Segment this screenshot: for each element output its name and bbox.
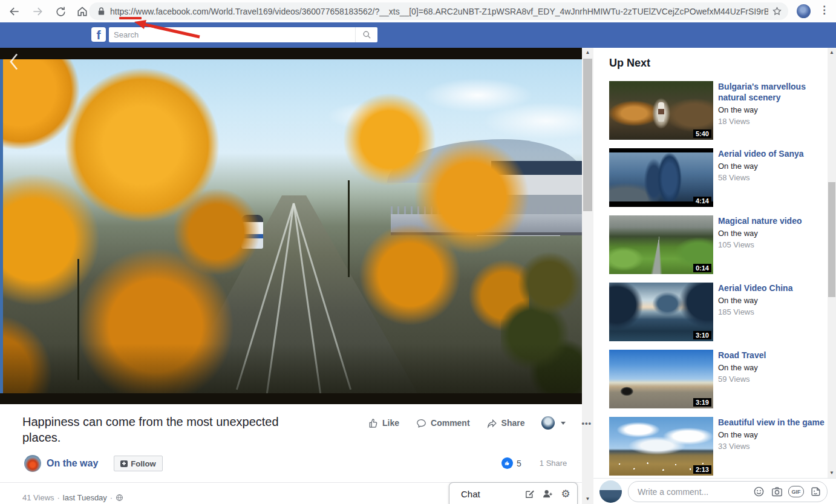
chevron-down-icon (561, 422, 566, 425)
camera-icon (771, 486, 783, 497)
autumn-trees-right (324, 93, 529, 353)
lock-icon (97, 7, 105, 16)
scroll-up-icon[interactable]: ▲ (582, 48, 593, 57)
video-title-link[interactable]: Road Travel (718, 350, 825, 361)
reload-icon (55, 6, 67, 18)
search-input[interactable] (109, 30, 355, 39)
like-button[interactable]: Like (367, 417, 399, 429)
sidebar-scrollbar[interactable]: ▲ ▼ (828, 48, 836, 478)
video-title-link[interactable]: Aerial Video China (718, 283, 825, 293)
like-thumb-icon (367, 417, 379, 429)
add-person-icon (542, 489, 553, 499)
chat-settings-gear-icon[interactable]: ⚙ (559, 487, 572, 500)
share-label: Share (501, 418, 525, 428)
video-title-link[interactable]: Aerial video of Sanya (718, 148, 825, 159)
video-thumbnail[interactable]: 3:19 (609, 350, 713, 408)
page-avatar[interactable] (24, 455, 41, 472)
video-page-name[interactable]: On the way (718, 229, 825, 238)
video-duration-badge: 3:10 (693, 331, 711, 339)
bookmark-star-icon[interactable] (772, 6, 782, 16)
video-thumbnail[interactable]: 2:13 (609, 417, 713, 476)
browser-menu-button[interactable]: ⋮ (819, 4, 829, 16)
globe-privacy-icon (116, 494, 123, 502)
follow-button[interactable]: Follow (114, 456, 162, 471)
chat-label[interactable]: Chat (461, 489, 523, 499)
video-view-count: 33 Views (718, 442, 825, 451)
video-page-name[interactable]: On the way (718, 363, 825, 372)
catenary-pole (348, 180, 350, 277)
video-title-link[interactable]: Magical nature video (718, 215, 825, 226)
share-as-dropdown[interactable] (541, 416, 566, 430)
up-next-video-item[interactable]: 0:14 Magical nature video On the way 105… (609, 215, 825, 274)
browser-profile-avatar[interactable] (797, 4, 811, 18)
video-info: Aerial Video China On the way 185 Views (718, 283, 825, 341)
browser-home-button[interactable] (74, 3, 91, 20)
sticker-icon (810, 486, 821, 497)
video-frame (0, 59, 582, 393)
video-thumbnail[interactable]: 0:14 (609, 215, 713, 274)
gif-button[interactable]: GIF (788, 486, 804, 497)
comment-button[interactable]: Comment (416, 417, 470, 429)
scroll-down-icon[interactable]: ▼ (582, 494, 593, 504)
page-name-link[interactable]: On the way (47, 458, 98, 469)
video-thumbnail[interactable]: 4:14 (609, 148, 713, 207)
view-count: 41 Views (22, 493, 54, 502)
chat-panel[interactable]: Chat ⚙ (449, 482, 578, 504)
compose-icon (524, 489, 535, 499)
video-info: Beautiful view in the game On the way 33… (718, 417, 825, 476)
add-contact-button[interactable] (541, 487, 554, 500)
up-next-heading: Up Next (609, 57, 650, 70)
video-view-count: 58 Views (718, 173, 825, 182)
new-message-button[interactable] (523, 487, 536, 500)
comment-bar: GIF (593, 478, 836, 504)
video-page-name[interactable]: On the way (718, 296, 825, 305)
video-view-count: 105 Views (718, 240, 825, 249)
browser-forward-button[interactable] (29, 3, 46, 20)
frame-edge (0, 59, 3, 393)
video-page-name[interactable]: On the way (718, 105, 825, 114)
up-next-video-item[interactable]: 2:13 Beautiful view in the game On the w… (609, 417, 825, 476)
share-button[interactable]: Share (486, 417, 525, 429)
browser-reload-button[interactable] (52, 3, 69, 20)
facebook-logo[interactable]: f (91, 27, 106, 42)
photo-button[interactable] (770, 485, 783, 499)
address-bar[interactable]: https://www.facebook.com/World.Travel169… (89, 2, 788, 20)
commenter-avatar[interactable] (599, 480, 622, 503)
like-count[interactable]: 5 (517, 459, 521, 468)
comment-input[interactable] (629, 487, 752, 497)
like-count-badge[interactable] (501, 457, 513, 469)
share-count[interactable]: 1 Share (540, 459, 567, 468)
up-next-video-item[interactable]: 3:10 Aerial Video China On the way 185 V… (609, 283, 825, 341)
scrollbar-thumb[interactable] (583, 59, 592, 211)
scroll-up-icon[interactable]: ▲ (828, 48, 836, 57)
up-next-sidebar: Up Next 5:40 Bulgaria's marvellous natur… (593, 48, 828, 478)
up-next-video-item[interactable]: 3:19 Road Travel On the way 59 Views (609, 350, 825, 408)
scrollbar-thumb[interactable] (828, 182, 835, 297)
reaction-stats: 5 1 Share (501, 457, 567, 469)
video-thumbnail[interactable]: 3:10 (609, 283, 713, 341)
video-page-name[interactable]: On the way (718, 162, 825, 171)
smiley-icon (753, 486, 765, 497)
up-next-video-item[interactable]: 5:40 Bulgaria's marvellous natural scene… (609, 81, 825, 140)
scroll-down-icon[interactable]: ▼ (828, 468, 836, 478)
comment-input-pill: GIF (628, 481, 828, 502)
sticker-button[interactable] (809, 485, 822, 499)
search-box (109, 27, 377, 42)
search-button[interactable] (355, 27, 377, 42)
browser-back-button[interactable] (6, 3, 23, 20)
page-row: On the way Follow (24, 455, 163, 472)
video-title-link[interactable]: Beautiful view in the game (718, 417, 825, 428)
video-player[interactable] (0, 48, 582, 404)
like-thumb-icon (504, 460, 511, 466)
video-title-link[interactable]: Bulgaria's marvellous natural scenery (718, 81, 825, 103)
main-scrollbar[interactable]: ▲ ▼ (582, 48, 593, 504)
video-thumbnail[interactable]: 5:40 (609, 81, 713, 140)
video-view-count: 59 Views (718, 375, 825, 384)
more-options-button[interactable]: ••• (582, 419, 592, 428)
facebook-header: f Home Find Friends ? (0, 22, 836, 48)
video-page-name[interactable]: On the way (718, 430, 825, 439)
video-info: Magical nature video On the way 105 View… (718, 215, 825, 274)
previous-video-chevron-icon[interactable] (6, 53, 22, 71)
up-next-video-item[interactable]: 4:14 Aerial video of Sanya On the way 58… (609, 148, 825, 207)
emoji-button[interactable] (752, 485, 765, 499)
